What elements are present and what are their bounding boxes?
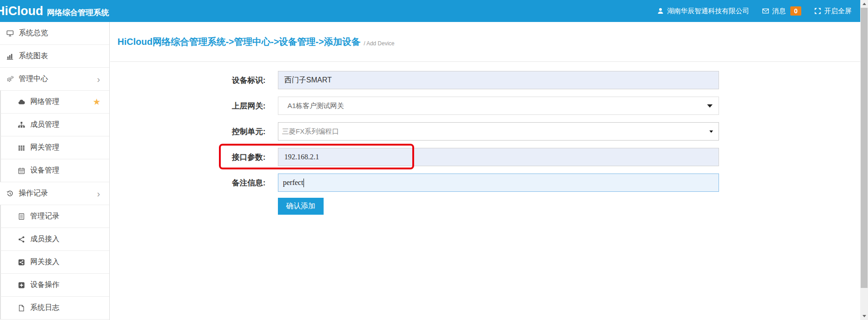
sidebar-item-member-management[interactable]: 成员管理 <box>0 114 109 136</box>
field-interface-params-input[interactable]: 192.168.2.1 <box>278 148 719 166</box>
sidebar-item-system-log[interactable]: 系统日志 <box>0 297 109 320</box>
fullscreen-button[interactable]: 开启全屏 <box>814 7 852 16</box>
confirm-add-button[interactable]: 确认添加 <box>278 198 324 215</box>
breadcrumb-suffix: / Add Device <box>364 40 394 47</box>
triangle-down-icon <box>863 315 866 317</box>
field-label-interface-params: 接口参数: <box>197 152 266 163</box>
chevron-right-icon: › <box>97 189 100 198</box>
sidebar-item-member-access[interactable]: 成员接入 <box>0 228 109 251</box>
top-bar: HiCloud 网络综合管理系统 湖南华辰智通科技有限公司 消息 0 开启全屏 <box>0 0 860 22</box>
form-row-upper-gateway: 上层网关:A1栋客户测试网关 <box>197 97 829 115</box>
app-logo: HiCloud 网络综合管理系统 <box>0 4 109 18</box>
user-icon <box>657 7 664 15</box>
cloud-icon <box>18 98 27 106</box>
form-row-device-id: 设备标识:西门子SMART <box>197 71 829 89</box>
topbar-right: 湖南华辰智通科技有限公司 消息 0 开启全屏 <box>657 6 852 16</box>
sidebar: 系统总览系统图表管理中心›网络管理★成员管理网关管理设备管理操作记录›管理记录成… <box>0 22 110 320</box>
messages-label: 消息 <box>772 7 786 16</box>
sidebar-item-label: 成员接入 <box>30 234 59 244</box>
field-label-remark: 备注信息: <box>197 178 266 188</box>
sidebar-item-label: 管理记录 <box>30 212 59 221</box>
sidebar-item-label: 操作记录 <box>19 189 48 198</box>
sidebar-item-label: 成员管理 <box>30 120 59 130</box>
sidebar-item-device-operation[interactable]: 设备操作 <box>0 274 109 297</box>
caret-down-icon <box>709 130 713 133</box>
field-label-control-unit: 控制单元: <box>197 126 266 137</box>
sidebar-item-label: 设备操作 <box>30 280 59 290</box>
text-cursor <box>304 179 304 187</box>
file-text-icon <box>18 213 27 220</box>
field-control-unit-select[interactable]: 三菱FX系列编程口 <box>278 122 719 141</box>
field-value: perfect <box>283 179 303 187</box>
scroll-down-button[interactable] <box>860 312 868 320</box>
sidebar-item-operation-records[interactable]: 操作记录› <box>0 182 109 205</box>
sidebar-item-management-center[interactable]: 管理中心› <box>0 68 109 91</box>
sidebar-item-label: 系统总览 <box>19 28 48 38</box>
company-name: 湖南华辰智通科技有限公司 <box>667 7 749 16</box>
scrollbar-thumb[interactable] <box>861 8 868 288</box>
company-account[interactable]: 湖南华辰智通科技有限公司 <box>657 7 749 16</box>
sidebar-item-system-charts[interactable]: 系统图表 <box>0 45 109 68</box>
sidebar-item-label: 网关接入 <box>30 257 59 267</box>
triangle-up-icon <box>863 3 866 5</box>
share-square-icon <box>18 259 27 266</box>
chevron-right-icon: › <box>97 75 100 84</box>
sidebar-item-management-records[interactable]: 管理记录 <box>0 205 109 228</box>
fullscreen-label: 开启全屏 <box>824 7 852 16</box>
scroll-up-button[interactable] <box>860 0 868 8</box>
page-header: HiCloud网络综合管理系统->管理中心->设备管理->添加设备 / Add … <box>110 22 860 62</box>
sidebar-item-label: 网关管理 <box>30 143 59 152</box>
field-value: 三菱FX系列编程口 <box>282 127 339 136</box>
caret-down-icon <box>707 104 713 108</box>
form-row-interface-params: 接口参数:192.168.2.1 <box>197 148 829 166</box>
share-icon <box>18 236 27 243</box>
breadcrumb: HiCloud网络综合管理系统->管理中心->设备管理->添加设备 <box>117 36 361 48</box>
main-content: HiCloud网络综合管理系统->管理中心->设备管理->添加设备 / Add … <box>110 22 860 320</box>
envelope-icon <box>762 7 769 15</box>
logo-suffix: 网络综合管理系统 <box>47 7 109 18</box>
sidebar-item-gateway-access[interactable]: 网关接入 <box>0 251 109 274</box>
vertical-scrollbar <box>860 0 868 320</box>
plus-square-icon <box>18 282 27 289</box>
bar-chart-icon <box>6 53 16 60</box>
add-device-form: 设备标识:西门子SMART上层网关:A1栋客户测试网关控制单元:三菱FX系列编程… <box>110 62 860 215</box>
sidebar-item-system-overview[interactable]: 系统总览 <box>0 22 109 45</box>
sidebar-item-label: 系统日志 <box>30 303 59 313</box>
desktop-icon <box>6 30 16 37</box>
field-label-upper-gateway: 上层网关: <box>197 101 266 111</box>
sidebar-item-network-management[interactable]: 网络管理★ <box>0 91 109 114</box>
gears-icon <box>6 76 16 83</box>
logo-brand: HiCloud <box>0 4 43 18</box>
sidebar-item-gateway-management[interactable]: 网关管理 <box>0 136 109 159</box>
field-value: A1栋客户测试网关 <box>288 102 344 110</box>
messages-button[interactable]: 消息 0 <box>762 6 801 16</box>
field-value: 192.168.2.1 <box>284 153 319 161</box>
calendar-icon <box>18 167 27 174</box>
fullscreen-icon <box>814 7 821 15</box>
sidebar-item-label: 网络管理 <box>30 97 59 107</box>
star-icon: ★ <box>93 98 101 106</box>
sidebar-item-device-management[interactable]: 设备管理 <box>0 159 109 182</box>
sidebar-menu: 系统总览系统图表管理中心›网络管理★成员管理网关管理设备管理操作记录›管理记录成… <box>0 22 109 320</box>
field-value: 西门子SMART <box>284 76 332 85</box>
messages-count-badge: 0 <box>790 6 801 16</box>
field-remark-input[interactable]: perfect <box>278 174 719 192</box>
field-device-id-input[interactable]: 西门子SMART <box>278 71 719 89</box>
sidebar-item-label: 系统图表 <box>19 51 48 61</box>
sitemap-icon <box>18 121 27 129</box>
form-row-control-unit: 控制单元:三菱FX系列编程口 <box>197 122 829 141</box>
grid-icon <box>18 144 27 152</box>
field-upper-gateway-select[interactable]: A1栋客户测试网关 <box>278 97 719 115</box>
field-label-device-id: 设备标识: <box>197 75 266 86</box>
history-icon <box>6 190 16 197</box>
sidebar-item-label: 设备管理 <box>30 166 59 175</box>
sidebar-item-label: 管理中心 <box>19 74 48 84</box>
file-icon <box>18 304 27 312</box>
form-row-remark: 备注信息:perfect <box>197 174 829 192</box>
